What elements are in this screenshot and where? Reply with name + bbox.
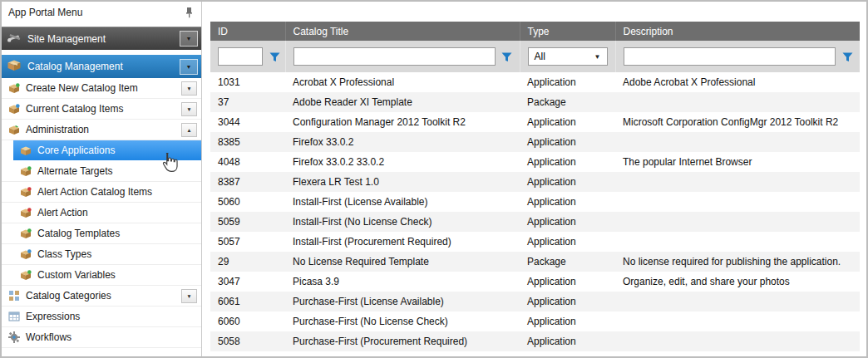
table-row[interactable]: 5058Purchase-First (Procurement Required… xyxy=(210,331,860,351)
sidebar-item-alert-action-catalog-items[interactable]: Alert Action Catalog Items xyxy=(2,182,201,203)
cell-type: Application xyxy=(520,311,615,331)
sidebar-item-label: Alert Action xyxy=(37,207,88,218)
sidebar-item-expressions[interactable]: Expressions xyxy=(2,307,201,327)
table-row[interactable]: 1031Acrobat X ProfessionalApplicationAdo… xyxy=(210,72,860,92)
cell-id: 5059 xyxy=(210,212,285,232)
package-icon xyxy=(19,228,32,239)
cell-title: Purchase-First (No License Check) xyxy=(285,311,520,331)
package-icon xyxy=(19,249,32,260)
cell-description xyxy=(615,92,860,112)
cell-description xyxy=(615,331,860,351)
table-row[interactable]: 5059Install-First (No License Check)Appl… xyxy=(210,212,860,232)
filter-funnel-icon[interactable] xyxy=(840,49,855,64)
cell-id: 6061 xyxy=(210,292,285,311)
workflow-gear-icon xyxy=(7,331,21,343)
chevron-down-icon[interactable]: ▼ xyxy=(180,59,198,75)
sidebar-item-workflows[interactable]: Workflows xyxy=(2,327,201,348)
cell-type: Application xyxy=(520,72,615,92)
group-label: Catalog Management xyxy=(27,61,123,72)
cell-id: 4048 xyxy=(210,152,285,172)
column-header-catalog-title[interactable]: Catalog Title xyxy=(285,22,520,41)
sidebar-item-alert-action[interactable]: Alert Action xyxy=(2,203,201,223)
cell-title: Install-First (No License Check) xyxy=(285,212,520,232)
cell-description xyxy=(615,232,860,252)
chevron-down-icon[interactable]: ▼ xyxy=(181,102,197,116)
package-icon xyxy=(19,270,32,281)
table-row[interactable]: 3047Picasa 3.9ApplicationOrganize, edit,… xyxy=(210,272,860,292)
cell-id: 29 xyxy=(210,252,285,272)
sidebar-item-label: Workflows xyxy=(26,331,72,343)
cell-title: Purchase-First (License Available) xyxy=(285,292,520,311)
package-alert-icon xyxy=(19,208,32,218)
column-header-description[interactable]: Description xyxy=(615,22,860,41)
cell-title: Flexera LR Test 1.0 xyxy=(285,172,520,192)
sidebar-item-current-catalog-items[interactable]: Current Catalog Items ▼ xyxy=(2,99,201,120)
sidebar-item-label: Administration xyxy=(26,124,89,135)
table-row[interactable]: 3044Configuration Manager 2012 Toolkit R… xyxy=(210,112,860,132)
filter-funnel-icon[interactable] xyxy=(500,49,515,64)
sidebar-item-label: Alternate Targets xyxy=(37,165,113,177)
sidebar-title-bar: App Portal Menu xyxy=(2,2,201,23)
cell-type: Application xyxy=(520,172,615,192)
cell-description xyxy=(615,212,860,232)
catalog-management-box-icon xyxy=(7,59,22,74)
table-row[interactable]: 8387Flexera LR Test 1.0Application xyxy=(210,172,860,192)
site-management-tools-icon xyxy=(7,32,22,47)
table-row[interactable]: 5057Install-First (Procurement Required)… xyxy=(210,232,860,252)
sidebar-group-site-management[interactable]: Site Management ▼ xyxy=(2,27,201,50)
cell-title: Configuration Manager 2012 Toolkit R2 xyxy=(285,112,520,132)
sidebar-group-catalog-management[interactable]: Catalog Management ▼ xyxy=(2,55,201,78)
table-row[interactable]: 8385Firefox 33.0.2Application xyxy=(210,132,860,152)
cell-id: 8387 xyxy=(210,172,285,192)
table-row[interactable]: 4048Firefox 33.0.2 33.0.2ApplicationThe … xyxy=(210,152,860,172)
catalog-title-filter-input[interactable] xyxy=(293,47,496,66)
column-header-type[interactable]: Type xyxy=(520,22,615,41)
cell-id: 5060 xyxy=(210,192,285,212)
chevron-up-icon[interactable]: ▲ xyxy=(181,123,197,137)
cell-id: 3047 xyxy=(210,272,285,292)
sidebar: App Portal Menu Site Management ▼ Catalo… xyxy=(2,2,202,356)
sidebar-item-custom-variables[interactable]: Custom Variables xyxy=(2,265,201,286)
cell-title: Picasa 3.9 xyxy=(285,272,520,292)
cell-description xyxy=(615,292,860,311)
table-row[interactable]: 29No License Required TemplatePackageNo … xyxy=(210,252,860,272)
pin-icon[interactable] xyxy=(181,5,196,20)
id-filter-input[interactable] xyxy=(218,47,263,66)
sidebar-item-create-new-catalog-item[interactable]: Create New Catalog Item ▼ xyxy=(2,78,201,99)
chevron-down-icon[interactable]: ▼ xyxy=(180,31,198,47)
cell-type: Application xyxy=(520,272,615,292)
package-icon xyxy=(7,104,21,115)
filter-funnel-icon[interactable] xyxy=(267,49,282,64)
package-icon xyxy=(7,83,21,94)
sidebar-item-catalog-templates[interactable]: Catalog Templates xyxy=(2,223,201,244)
app-portal-window: App Portal Menu Site Management ▼ Catalo… xyxy=(0,0,868,358)
cell-title: Firefox 33.0.2 xyxy=(285,132,520,152)
sidebar-item-label: Class Types xyxy=(37,248,91,260)
cell-title: Acrobat X Professional xyxy=(285,72,520,92)
sidebar-item-core-applications[interactable]: Core Applications xyxy=(13,140,201,161)
type-filter-selected-value: All xyxy=(535,51,545,62)
package-icon xyxy=(19,145,32,156)
sidebar-item-class-types[interactable]: Class Types xyxy=(2,244,201,265)
cell-title: No License Required Template xyxy=(285,252,520,272)
description-filter-input[interactable] xyxy=(624,47,836,66)
cell-type: Application xyxy=(520,192,615,212)
cell-description: Microsoft Corporation ConfigMgr 2012 Too… xyxy=(615,112,860,132)
chevron-down-icon[interactable]: ▼ xyxy=(181,289,197,303)
sidebar-item-catalog-categories[interactable]: Catalog Categories ▼ xyxy=(2,286,201,307)
type-filter-dropdown[interactable]: All ▼ xyxy=(528,47,608,66)
table-row[interactable]: 6060Purchase-First (No License Check)App… xyxy=(210,311,860,331)
table-row[interactable]: 37Adobe Reader XI TemplatePackage xyxy=(210,92,860,112)
filter-row: All ▼ xyxy=(210,41,860,72)
table-row[interactable]: 6061Purchase-First (License Available)Ap… xyxy=(210,292,860,311)
column-header-id[interactable]: ID xyxy=(210,22,285,41)
cell-id: 8385 xyxy=(210,132,285,152)
sidebar-item-alternate-targets[interactable]: Alternate Targets xyxy=(2,161,201,182)
package-icon xyxy=(19,166,32,177)
package-icon xyxy=(7,125,21,135)
chevron-down-icon[interactable]: ▼ xyxy=(181,81,197,96)
table-row[interactable]: 5060Install-First (License Available)App… xyxy=(210,192,860,212)
sidebar-item-administration[interactable]: Administration ▲ xyxy=(2,120,201,140)
sidebar-item-label: Current Catalog Items xyxy=(26,103,123,115)
sidebar-item-label: Core Applications xyxy=(37,145,115,156)
